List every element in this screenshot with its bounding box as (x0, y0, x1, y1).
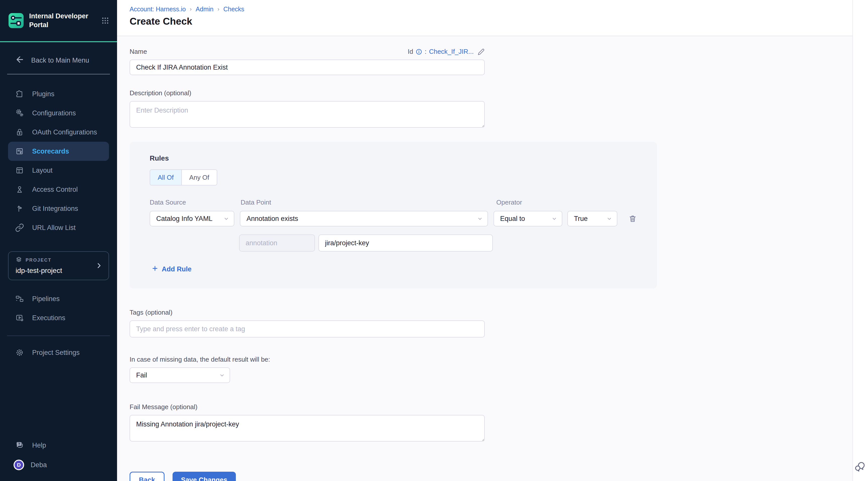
operator-value-select[interactable]: True (567, 211, 617, 227)
branch-arrows-icon (15, 204, 24, 213)
sidebar-header: Internal Developer Portal (0, 0, 117, 42)
divider (7, 335, 110, 336)
add-rule-button[interactable]: Add Rule (152, 265, 192, 273)
lock-icon (15, 128, 24, 137)
rules-mode-toggle: All Of Any Of (150, 170, 217, 185)
main-column: Account: Harness.io › Admin › Checks Cre… (117, 0, 852, 481)
edit-pencil-icon[interactable] (478, 48, 485, 55)
id-label: Id (408, 48, 413, 56)
project-eyebrow: PROJECT (26, 258, 52, 263)
page-header: Account: Harness.io › Admin › Checks Cre… (117, 0, 852, 36)
sidebar-item-project-settings[interactable]: Project Settings (8, 343, 109, 362)
breadcrumb-account[interactable]: Account: Harness.io (130, 5, 186, 13)
missing-data-label: In case of missing data, the default res… (130, 356, 852, 363)
sidebar-item-help[interactable]: ? Help (8, 436, 109, 455)
form-actions: Back Save Changes (130, 472, 852, 481)
arrow-left-icon (15, 55, 25, 66)
rule-column-labels: Data Source Data Point Operator (150, 199, 637, 206)
play-box-icon (15, 313, 24, 323)
name-label: Name (130, 48, 147, 56)
data-point-label: Data Point (241, 199, 496, 206)
check-id-link[interactable]: Check_If_JIR... (429, 48, 474, 56)
rules-title: Rules (150, 154, 637, 162)
chevron-down-icon (219, 372, 225, 378)
divider (7, 74, 110, 74)
back-button[interactable]: Back (130, 472, 164, 481)
chevron-down-icon (606, 216, 612, 222)
data-point-select[interactable]: Annotation exists (240, 211, 488, 227)
settings-menu: Project Settings (0, 343, 117, 362)
puzzle-icon (15, 89, 24, 98)
svg-text:?: ? (18, 442, 20, 446)
operator-label: Operator (496, 199, 522, 206)
plus-icon (152, 265, 158, 273)
fail-message-input[interactable]: Missing Annotation jira/project-key (130, 415, 485, 442)
annotation-key-input[interactable] (239, 235, 315, 251)
pipelines-icon (15, 294, 24, 303)
avatar: D (13, 460, 24, 470)
annotation-value-input[interactable] (318, 235, 493, 251)
id-separator: : (425, 48, 427, 56)
app-title: Internal Developer Portal (29, 12, 89, 29)
gears-icon (15, 109, 24, 118)
back-label: Back to Main Menu (31, 57, 89, 64)
description-label: Description (optional) (130, 89, 852, 97)
chevron-down-icon (223, 216, 229, 222)
scorecard-icon (15, 147, 24, 156)
page-title: Create Check (130, 16, 852, 27)
chevron-down-icon (477, 216, 483, 222)
sidebar-item-layout[interactable]: Layout (8, 161, 109, 180)
rule-inputs (239, 235, 637, 251)
data-source-label: Data Source (150, 199, 241, 206)
chevron-right-icon (95, 262, 102, 269)
tags-input[interactable] (130, 321, 485, 337)
any-of-toggle[interactable]: Any Of (181, 170, 217, 185)
sidebar-item-url-allow-list[interactable]: URL Allow List (8, 218, 109, 237)
sidebar-item-oauth-configurations[interactable]: OAuth Configurations (8, 123, 109, 142)
user-menu[interactable]: D Deba (0, 455, 117, 475)
user-name: Deba (31, 461, 47, 469)
tags-label: Tags (optional) (130, 309, 852, 317)
breadcrumb-checks[interactable]: Checks (223, 5, 244, 13)
name-input[interactable] (130, 60, 485, 75)
breadcrumb-separator: › (217, 6, 219, 12)
project-selector[interactable]: PROJECT idp-test-project (8, 251, 109, 280)
link-icon (15, 223, 24, 232)
right-rail (852, 0, 868, 481)
breadcrumb: Account: Harness.io › Admin › Checks (130, 5, 852, 13)
person-icon (15, 185, 24, 194)
project-menu: Pipelines Executions (0, 289, 117, 327)
app-launcher-icon[interactable] (101, 17, 109, 24)
idp-logo-icon (8, 12, 24, 29)
info-icon[interactable] (416, 49, 422, 55)
sidebar-item-pipelines[interactable]: Pipelines (8, 289, 109, 308)
save-changes-button[interactable]: Save Changes (173, 472, 236, 481)
sidebar-item-executions[interactable]: Executions (8, 308, 109, 327)
help-chat-icon: ? (15, 441, 24, 450)
rule-row: Catalog Info YAML Annotation exists Equa… (150, 211, 637, 227)
breadcrumb-admin[interactable]: Admin (196, 5, 214, 13)
create-check-form: Name Id : Check_If_JIR... Description (o… (117, 36, 852, 481)
delete-rule-icon[interactable] (628, 214, 637, 223)
layout-icon (15, 166, 24, 175)
data-source-select[interactable]: Catalog Info YAML (150, 211, 234, 227)
sidebar-item-configurations[interactable]: Configurations (8, 103, 109, 123)
sidebar-item-git-integrations[interactable]: Git Integrations (8, 199, 109, 218)
help-menu: ? Help (0, 436, 117, 455)
operator-select[interactable]: Equal to (494, 211, 562, 227)
sidebar-item-access-control[interactable]: Access Control (8, 180, 109, 199)
sidebar-item-scorecards[interactable]: Scorecards (8, 142, 109, 161)
default-result-select[interactable]: Fail (130, 367, 230, 383)
app: Internal Developer Portal Back to Main M… (0, 0, 868, 481)
back-to-main-menu[interactable]: Back to Main Menu (0, 54, 117, 66)
all-of-toggle[interactable]: All Of (150, 170, 181, 185)
fail-message-label: Fail Message (optional) (130, 403, 852, 411)
layers-icon (16, 256, 22, 264)
rules-card: Rules All Of Any Of Data Source Data Poi… (130, 142, 657, 289)
sidebar-item-plugins[interactable]: Plugins (8, 85, 109, 103)
admin-menu: Plugins Configurations OAuth Configurati… (0, 85, 117, 237)
id-row: Id : Check_If_JIR... (408, 48, 485, 56)
gear-icon (15, 348, 24, 357)
description-input[interactable] (130, 101, 485, 128)
chat-support-icon[interactable] (854, 460, 867, 473)
